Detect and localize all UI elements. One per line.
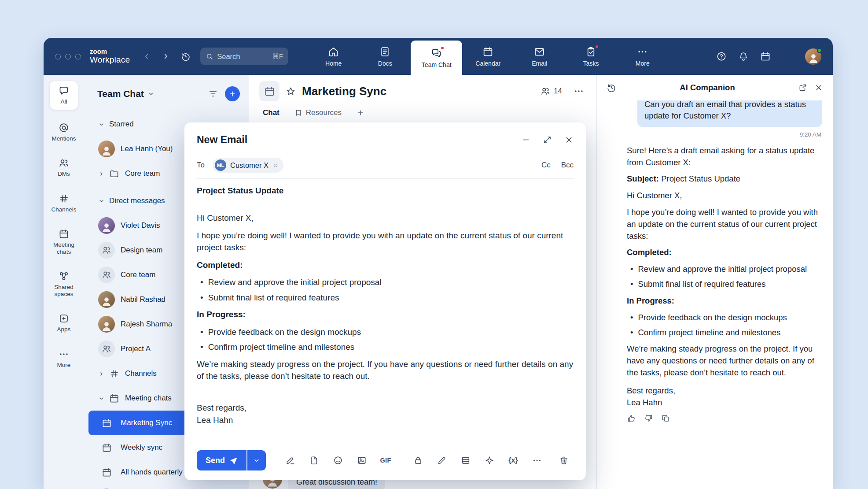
window-controls xyxy=(55,54,81,59)
gif-icon[interactable]: GIF xyxy=(376,452,395,469)
add-tab-button[interactable] xyxy=(357,109,364,117)
rail-label: Shared spaces xyxy=(46,284,81,297)
open-in-new-window-icon[interactable] xyxy=(798,83,807,92)
subject-value: Project Status Update xyxy=(661,174,740,183)
ai-intro: Sure! Here’s a draft email asking for a … xyxy=(627,145,822,169)
search-input[interactable] xyxy=(217,52,263,61)
rail-label: Apps xyxy=(57,326,71,333)
home-icon xyxy=(328,46,339,57)
rail-item-meeting-chats[interactable]: Meeting chats xyxy=(46,226,81,258)
rail-label: Meeting chats xyxy=(46,241,81,255)
user-avatar[interactable] xyxy=(805,48,821,65)
close-panel-icon[interactable] xyxy=(814,83,823,92)
chat-item-lea-rajesh-1-1[interactable]: Lea/Rajesh 1:1 xyxy=(88,485,244,489)
remove-recipient-icon[interactable] xyxy=(272,162,279,168)
app-window: zoom Workplace ⌘F Home Docs xyxy=(44,38,833,489)
chat-item-label: Core team xyxy=(121,270,155,279)
bullet: • xyxy=(200,326,203,338)
template-icon[interactable] xyxy=(305,452,324,469)
ai-companion-icon[interactable] xyxy=(782,51,794,62)
copy-icon[interactable] xyxy=(661,414,670,423)
forward-button[interactable] xyxy=(162,52,170,61)
edit-pencil-icon[interactable] xyxy=(432,452,452,469)
nav-label: More xyxy=(636,60,650,67)
layout-icon[interactable] xyxy=(456,452,475,469)
nav-team-chat[interactable]: Team Chat xyxy=(411,41,462,75)
ai-paragraph: I hope you’re doing well! I wanted to pr… xyxy=(627,207,822,242)
discard-trash-icon[interactable] xyxy=(554,452,574,469)
star-channel-icon[interactable] xyxy=(286,86,296,96)
tab-chat[interactable]: Chat xyxy=(263,108,280,117)
nav-more[interactable]: More xyxy=(617,38,668,75)
thumbs-down-icon[interactable] xyxy=(644,414,653,423)
send-button[interactable]: Send xyxy=(197,450,246,470)
notifications-bell-icon[interactable] xyxy=(738,51,749,62)
email-paragraph: I hope you’re doing well! I wanted to pr… xyxy=(197,230,574,254)
nav-calendar[interactable]: Calendar xyxy=(462,38,514,75)
chevron-down-icon[interactable] xyxy=(147,90,154,97)
tab-resources[interactable]: Resources xyxy=(294,108,342,117)
ai-panel-title: AI Companion xyxy=(623,83,791,93)
help-icon[interactable] xyxy=(716,51,727,62)
filter-icon[interactable] xyxy=(208,89,218,99)
emoji-icon[interactable] xyxy=(328,452,348,469)
email-icon xyxy=(534,46,545,57)
chat-list-title[interactable]: Team Chat xyxy=(97,89,144,99)
expand-icon[interactable] xyxy=(543,135,552,144)
calendar-today-icon[interactable] xyxy=(760,51,771,62)
ai-history-icon[interactable] xyxy=(607,83,616,93)
window-close-button[interactable] xyxy=(55,54,61,59)
nav-tasks[interactable]: Tasks xyxy=(565,38,617,75)
bullet: • xyxy=(630,327,633,339)
main-nav: Home Docs Team Chat Calendar Email xyxy=(308,38,668,75)
history-icon[interactable] xyxy=(181,52,191,61)
close-icon[interactable] xyxy=(564,135,574,144)
bullet: • xyxy=(200,341,203,353)
rail-item-apps[interactable]: Apps xyxy=(46,310,81,336)
plus-icon xyxy=(228,90,236,98)
signature-icon[interactable] xyxy=(281,452,300,469)
bullet: • xyxy=(630,312,633,324)
section-label: Channels xyxy=(125,369,157,378)
ai-greeting: Hi Customer X, xyxy=(627,190,822,202)
thumbs-up-icon[interactable] xyxy=(627,414,636,423)
insert-image-icon[interactable] xyxy=(352,452,371,469)
window-minimize-button[interactable] xyxy=(65,54,71,59)
nav-docs[interactable]: Docs xyxy=(359,38,411,75)
rail-item-more[interactable]: More xyxy=(46,346,81,372)
rail-item-mentions[interactable]: Mentions xyxy=(46,119,81,145)
back-button[interactable] xyxy=(142,52,151,61)
cc-button[interactable]: Cc xyxy=(541,161,551,170)
section-label: Direct messages xyxy=(109,196,165,205)
nav-home[interactable]: Home xyxy=(308,38,359,75)
rail-item-all[interactable]: All xyxy=(50,81,78,110)
send-options-button[interactable] xyxy=(247,450,266,470)
email-signature: Lea Hahn xyxy=(197,414,574,426)
variables-icon[interactable]: {x} xyxy=(504,452,523,469)
bcc-button[interactable]: Bcc xyxy=(561,161,574,170)
nav-label: Docs xyxy=(378,60,392,67)
recipient-avatar: ML xyxy=(215,159,226,171)
rail-item-dms[interactable]: DMs xyxy=(46,155,81,181)
search-bar[interactable]: ⌘F xyxy=(200,48,288,65)
email-toolbar: Send GIF {x} xyxy=(196,444,574,480)
more-options-icon[interactable] xyxy=(527,452,547,469)
calendar-icon xyxy=(109,393,119,404)
new-chat-button[interactable] xyxy=(225,86,240,101)
channel-more-icon[interactable] xyxy=(574,86,584,96)
encrypt-lock-icon[interactable] xyxy=(408,452,428,469)
top-bar: zoom Workplace ⌘F Home Docs xyxy=(44,38,833,75)
minimize-icon[interactable] xyxy=(521,135,530,144)
chat-item-label: Lea Hanh (You) xyxy=(121,144,173,153)
ai-assist-icon[interactable] xyxy=(480,452,499,469)
nav-email[interactable]: Email xyxy=(514,38,565,75)
rail-item-channels[interactable]: Channels xyxy=(46,190,81,216)
rail-item-shared-spaces[interactable]: Shared spaces xyxy=(46,268,81,300)
recipient-chip[interactable]: ML Customer X xyxy=(213,158,283,173)
person-icon xyxy=(100,295,113,308)
member-count[interactable]: 14 xyxy=(541,86,562,96)
window-zoom-button[interactable] xyxy=(75,54,81,59)
email-body-editor[interactable]: Hi Customer X, I hope you’re doing well!… xyxy=(196,203,574,444)
subject-field[interactable]: Project Status Update xyxy=(196,179,574,203)
ai-in-progress-label: In Progress: xyxy=(627,295,822,307)
